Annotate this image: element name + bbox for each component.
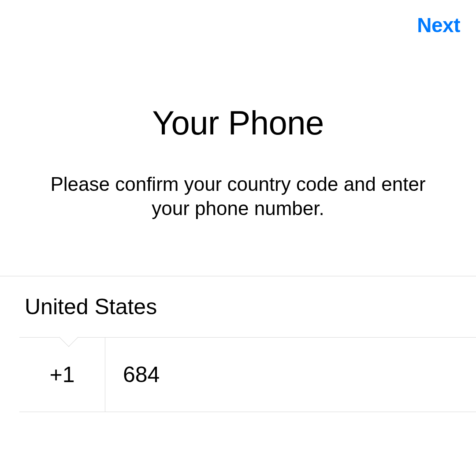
top-nav: Next bbox=[0, 0, 476, 42]
next-button[interactable]: Next bbox=[417, 13, 460, 37]
page-subtitle: Please confirm your country code and ent… bbox=[18, 172, 458, 220]
phone-input-row: +1 bbox=[19, 337, 476, 412]
country-selector[interactable]: United States bbox=[0, 276, 476, 337]
phone-number-input[interactable] bbox=[123, 362, 476, 387]
header-block: Your Phone Please confirm your country c… bbox=[0, 42, 476, 220]
page-title: Your Phone bbox=[18, 104, 458, 142]
phone-number-container bbox=[105, 338, 476, 412]
phone-form: United States +1 bbox=[0, 276, 476, 412]
country-code-field[interactable]: +1 bbox=[19, 338, 105, 412]
